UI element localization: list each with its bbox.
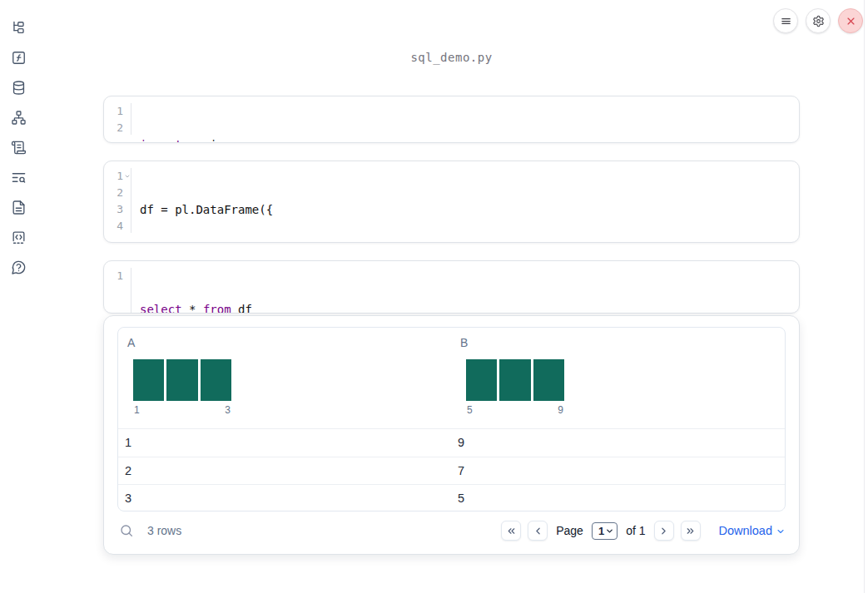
close-icon: [845, 15, 857, 27]
download-button[interactable]: Download: [719, 524, 786, 537]
data-table: A 1 3 B: [117, 327, 786, 511]
histogram-max-label: 3: [225, 404, 231, 416]
sidebar-item-logs[interactable]: [7, 166, 30, 189]
page-of-label: of 1: [626, 524, 645, 537]
chevron-left-icon: [533, 526, 543, 536]
notebook-actions: [773, 8, 863, 33]
settings-button[interactable]: [806, 8, 831, 33]
chevron-down-icon: [605, 526, 614, 536]
search-icon[interactable]: [119, 523, 134, 538]
file-tree-icon: [11, 20, 27, 36]
line-number: 2: [104, 120, 123, 136]
fold-chevron-icon[interactable]: [124, 173, 131, 180]
column-name-B[interactable]: B: [460, 336, 785, 349]
line-number: 3: [104, 201, 123, 218]
previous-page-button[interactable]: [528, 521, 548, 541]
histogram-bar: [201, 359, 231, 401]
line-number-gutter: 1: [104, 268, 131, 314]
next-page-button[interactable]: [654, 521, 674, 541]
chevron-down-icon: [776, 526, 786, 536]
notebook-menu-button[interactable]: [773, 8, 798, 33]
gear-icon: [812, 15, 825, 27]
sidebar-item-help[interactable]: [7, 255, 30, 279]
last-page-button[interactable]: [681, 521, 701, 541]
code-square-dashed-icon: [11, 230, 27, 245]
code-token: from: [203, 303, 231, 314]
function-square-icon: [11, 50, 27, 66]
pagination-controls: Page 1 of 1 Download: [501, 521, 786, 541]
code-line: df = pl.DataFrame({: [140, 201, 273, 218]
code-cell-imports[interactable]: 1 2 import marimo as mo import polars as…: [103, 96, 800, 143]
code-token: marimo: [182, 138, 238, 143]
message-question-icon: [11, 259, 27, 275]
table-row[interactable]: 3 5: [118, 484, 785, 511]
network-icon: [11, 110, 27, 126]
code-token: df = pl.DataFrame({: [140, 203, 273, 216]
histogram-bar: [133, 359, 164, 401]
row-count-label: 3 rows: [147, 524, 181, 537]
table-cell: 3: [118, 492, 451, 505]
sidebar-panel-toolbar: [0, 0, 37, 593]
column-B-histogram[interactable]: 5 9: [466, 359, 564, 416]
histogram-min-label: 1: [134, 404, 140, 416]
line-number-gutter: 1 2: [104, 103, 131, 135]
table-footer: 3 rows Page 1 of 1 Download: [117, 514, 786, 547]
sidebar-item-snippets[interactable]: [7, 225, 30, 249]
code-editor[interactable]: df = pl.DataFrame({ "A": [1, 2, 3], "B":…: [131, 168, 273, 233]
file-text-icon: [11, 200, 27, 215]
code-token: as: [238, 138, 252, 143]
sidebar-item-dependency-graph[interactable]: [7, 106, 30, 129]
sidebar-item-file-explorer[interactable]: [7, 16, 30, 39]
table-output-panel: A 1 3 B: [103, 315, 800, 555]
table-cell: 1: [118, 436, 451, 449]
page-select-value: 1: [598, 525, 604, 537]
first-page-button[interactable]: [501, 521, 521, 541]
download-label: Download: [719, 524, 773, 537]
sidebar-item-outline[interactable]: [7, 136, 30, 159]
column-header-A: A 1 3: [118, 328, 451, 428]
line-number: 2: [104, 185, 123, 201]
code-token: select: [140, 303, 182, 314]
table-cell: 2: [118, 464, 451, 477]
notebook-filename[interactable]: sql_demo.py: [103, 51, 800, 64]
table-cell: 5: [451, 492, 785, 505]
sidebar-item-data-sources[interactable]: [7, 76, 30, 99]
sql-cell[interactable]: 1 select * from df Output variable: sql: [103, 260, 800, 314]
histogram-axis-labels: 5 9: [466, 404, 564, 416]
column-name-A[interactable]: A: [127, 336, 451, 349]
code-token: mo: [252, 138, 273, 143]
sidebar-item-variables[interactable]: [7, 46, 30, 69]
table-cell: 7: [451, 464, 785, 477]
line-number: 1: [104, 268, 123, 284]
chevrons-left-icon: [506, 526, 517, 536]
histogram-min-label: 5: [467, 404, 473, 416]
line-number: 1: [104, 103, 123, 120]
code-editor[interactable]: select * from df: [131, 268, 252, 314]
histogram-bars: [466, 359, 564, 401]
line-number-gutter: 1 2 3 4: [104, 168, 131, 233]
database-icon: [11, 80, 27, 96]
column-A-histogram[interactable]: 1 3: [133, 359, 231, 416]
table-row[interactable]: 1 9: [118, 428, 785, 457]
code-editor[interactable]: import marimo as mo import polars as pl: [131, 103, 273, 135]
page-label: Page: [556, 524, 583, 537]
table-row[interactable]: 2 7: [118, 457, 785, 485]
histogram-bar: [466, 359, 497, 401]
line-number: 4: [104, 218, 123, 235]
scrollbar-gutter: [864, 0, 865, 593]
histogram-max-label: 9: [558, 404, 563, 416]
chevrons-right-icon: [685, 526, 696, 536]
sidebar-item-documentation[interactable]: [7, 195, 30, 219]
code-token: df: [231, 303, 252, 314]
text-search-icon: [11, 170, 27, 185]
histogram-bars: [133, 359, 231, 401]
column-header-B: B 5 9: [451, 328, 785, 428]
histogram-bar: [499, 359, 530, 401]
page-select[interactable]: 1: [592, 522, 618, 540]
shutdown-button[interactable]: [838, 8, 863, 33]
histogram-axis-labels: 1 3: [133, 404, 231, 416]
hamburger-menu-icon: [780, 15, 792, 27]
table-cell: 9: [451, 436, 785, 449]
code-cell-dataframe[interactable]: 1 2 3 4 df = pl.DataFrame({ "A": [1, 2, …: [103, 161, 800, 243]
table-header-row: A 1 3 B: [118, 328, 785, 428]
